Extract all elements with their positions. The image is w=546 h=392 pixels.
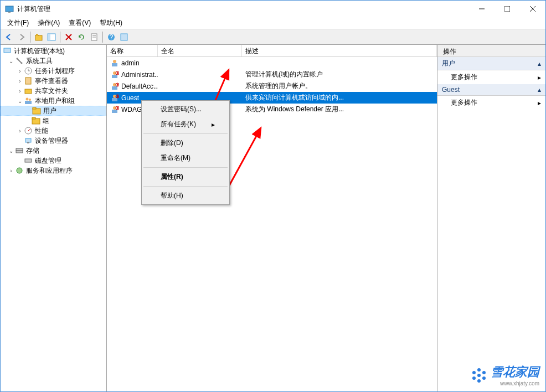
action-section-label: 用户 xyxy=(442,59,455,68)
collapse-icon[interactable]: ⌄ xyxy=(7,147,15,154)
user-row[interactable]: admin xyxy=(107,57,437,69)
menu-file[interactable]: 文件(F) xyxy=(3,17,33,29)
user-name: Administrat... xyxy=(121,71,158,79)
menu-help[interactable]: 帮助(H) xyxy=(95,17,127,29)
svg-point-23 xyxy=(26,98,29,101)
tree-system-tools[interactable]: ⌄ 系统工具 xyxy=(1,56,106,66)
tree-label: 性能 xyxy=(35,126,48,136)
ctx-set-password[interactable]: 设置密码(S)... xyxy=(143,102,228,117)
user-row[interactable]: Administrat...管理计算机(域)的内置帐户 xyxy=(107,69,437,80)
minimize-button[interactable] xyxy=(469,1,495,17)
svg-rect-33 xyxy=(27,142,29,143)
close-button[interactable] xyxy=(520,1,545,17)
action-section-label: Guest xyxy=(442,86,460,94)
ctx-properties[interactable]: 属性(R) xyxy=(143,169,228,184)
storage-icon xyxy=(15,146,24,155)
svg-point-55 xyxy=(477,368,481,372)
tree-disk-management[interactable]: 磁盘管理 xyxy=(1,156,106,166)
collapse-icon[interactable]: ⌄ xyxy=(7,57,15,65)
col-header-name[interactable]: 名称 xyxy=(107,45,158,56)
menu-action[interactable]: 操作(A) xyxy=(33,17,64,29)
user-description: 系统管理的用户帐户。 xyxy=(245,81,312,91)
tree-performance[interactable]: › 性能 xyxy=(1,126,106,136)
collapse-icon: ▴ xyxy=(538,60,541,68)
delete-button[interactable] xyxy=(63,31,75,43)
list-header: 名称 全名 描述 xyxy=(107,45,437,57)
toolbar: ? xyxy=(1,29,545,45)
help-button[interactable]: ? xyxy=(105,31,117,43)
window-title: 计算机管理 xyxy=(17,4,469,14)
export-button[interactable] xyxy=(88,31,100,43)
ctx-all-tasks[interactable]: 所有任务(K)▸ xyxy=(143,117,228,132)
tree-label: 共享文件夹 xyxy=(35,86,68,96)
user-icon xyxy=(110,82,119,91)
ctx-delete[interactable]: 删除(D) xyxy=(143,136,228,151)
tree-panel[interactable]: 计算机管理(本地) ⌄ 系统工具 › 任务计划程序 › 事件查看器 › 共享文件… xyxy=(1,45,107,391)
svg-text:?: ? xyxy=(110,33,114,41)
tree-label: 组 xyxy=(43,116,49,126)
properties-button[interactable] xyxy=(118,31,130,43)
action-more-users[interactable]: 更多操作 ▸ xyxy=(437,70,545,84)
maximize-button[interactable] xyxy=(495,1,520,17)
svg-rect-16 xyxy=(121,34,127,40)
tree-users[interactable]: 用户 xyxy=(1,106,106,116)
menu-view[interactable]: 查看(V) xyxy=(64,17,95,29)
expand-icon[interactable]: › xyxy=(7,167,15,174)
svg-point-38 xyxy=(113,60,116,63)
action-section-users[interactable]: 用户 ▴ xyxy=(437,57,545,70)
svg-rect-22 xyxy=(25,89,32,94)
tree-services-apps[interactable]: › 服务和应用程序 xyxy=(1,166,106,176)
ctx-separator xyxy=(143,133,228,134)
col-header-fullname[interactable]: 全名 xyxy=(158,45,242,56)
svg-rect-1 xyxy=(8,12,11,13)
performance-icon xyxy=(24,126,33,135)
action-panel: 操作 用户 ▴ 更多操作 ▸ Guest ▴ 更多操作 ▸ xyxy=(437,45,545,391)
chevron-right-icon: ▸ xyxy=(212,121,215,128)
up-button[interactable] xyxy=(33,31,45,43)
tools-icon xyxy=(15,56,24,65)
ctx-rename[interactable]: 重命名(M) xyxy=(143,151,228,166)
tree-groups[interactable]: 组 xyxy=(1,116,106,126)
toolbar-separator xyxy=(60,32,60,43)
user-name: admin xyxy=(121,59,140,67)
back-button[interactable] xyxy=(3,31,15,43)
expand-icon[interactable]: › xyxy=(16,127,24,135)
refresh-button[interactable] xyxy=(75,31,87,43)
action-more-guest[interactable]: 更多操作 ▸ xyxy=(437,96,545,110)
forward-button[interactable] xyxy=(16,31,28,43)
svg-point-54 xyxy=(477,374,481,377)
expand-icon[interactable]: › xyxy=(16,67,24,75)
collapse-icon[interactable]: ⌄ xyxy=(16,97,24,105)
tree-task-scheduler[interactable]: › 任务计划程序 xyxy=(1,66,106,76)
expand-icon[interactable]: › xyxy=(16,77,24,85)
computer-icon xyxy=(3,47,12,55)
svg-rect-0 xyxy=(6,6,13,12)
svg-rect-8 xyxy=(48,34,50,40)
user-icon xyxy=(110,105,119,114)
tree-root[interactable]: 计算机管理(本地) xyxy=(1,46,106,56)
folder-icon xyxy=(32,106,41,115)
collapse-icon: ▴ xyxy=(538,86,541,94)
user-name: Guest xyxy=(121,94,139,102)
disk-icon xyxy=(24,156,33,165)
folder-icon xyxy=(32,116,40,125)
tree-storage[interactable]: ⌄ 存储 xyxy=(1,146,106,156)
show-hide-tree-button[interactable] xyxy=(45,31,58,43)
svg-point-37 xyxy=(17,168,22,173)
title-bar: 计算机管理 xyxy=(1,1,545,17)
ctx-help[interactable]: 帮助(H) xyxy=(143,188,228,203)
snowflake-icon xyxy=(471,367,487,384)
tree-device-manager[interactable]: 设备管理器 xyxy=(1,136,106,146)
col-header-description[interactable]: 描述 xyxy=(242,45,437,56)
svg-point-56 xyxy=(477,379,481,383)
svg-rect-47 xyxy=(112,98,117,101)
action-label: 更多操作 xyxy=(451,73,477,82)
action-section-guest[interactable]: Guest ▴ xyxy=(437,84,545,96)
tree-local-users-groups[interactable]: ⌄ 本地用户和组 xyxy=(1,96,106,106)
user-description: 管理计算机(域)的内置帐户 xyxy=(245,70,323,79)
tree-event-viewer[interactable]: › 事件查看器 xyxy=(1,76,106,86)
tree-shared-folders[interactable]: › 共享文件夹 xyxy=(1,86,106,96)
tree-label: 磁盘管理 xyxy=(35,156,61,166)
user-row[interactable]: DefaultAcc...系统管理的用户帐户。 xyxy=(107,80,437,92)
expand-icon[interactable]: › xyxy=(16,87,24,95)
